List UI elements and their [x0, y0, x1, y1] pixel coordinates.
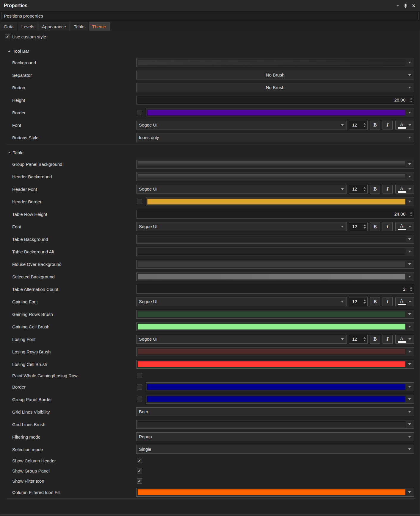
separator-brush-dropdown[interactable]: No Brush	[136, 71, 414, 79]
row-label: Losing Cell Brush	[12, 362, 47, 367]
spinner[interactable]	[363, 187, 366, 191]
tab-theme[interactable]: Theme	[89, 22, 110, 31]
bold-button[interactable]: B	[370, 121, 380, 130]
bold-button[interactable]: B	[370, 222, 380, 231]
row-label: Table Row Height	[12, 212, 47, 217]
spinner[interactable]	[410, 98, 412, 102]
tab-table[interactable]: Table	[70, 22, 88, 31]
italic-button[interactable]: I	[383, 222, 393, 231]
font-family-dropdown[interactable]: Segoe UI	[136, 222, 347, 231]
column-filtered-icon-fill-brush-dropdown[interactable]	[136, 488, 414, 497]
table-alternation-count-number-input[interactable]: 2	[136, 285, 414, 294]
color-swatch	[138, 489, 405, 495]
use-custom-style-checkbox[interactable]: ✓	[5, 34, 10, 39]
number-value: 24.00	[394, 210, 405, 218]
section-header-tool-bar[interactable]: Tool Bar	[0, 43, 420, 56]
section-header-table[interactable]: Table	[0, 144, 420, 158]
font-family-dropdown[interactable]: Segoe UI	[136, 297, 347, 306]
bold-button[interactable]: B	[370, 335, 380, 344]
group-panel-border-brush-dropdown[interactable]	[146, 395, 414, 404]
font-color-button[interactable]: A	[395, 297, 414, 306]
grid-lines-brush-brush-dropdown[interactable]	[136, 420, 414, 429]
row-table-header-background: Header Background	[0, 170, 420, 183]
font-color-button[interactable]: A	[395, 121, 414, 130]
row-label: Background	[12, 60, 36, 65]
header-background-brush-dropdown[interactable]	[136, 172, 414, 181]
dropdown-arrow-icon	[408, 263, 411, 265]
border-brush-dropdown[interactable]	[146, 108, 414, 117]
row-tool-bar-button: ButtonNo Brush	[0, 81, 420, 94]
table-background-brush-dropdown[interactable]	[136, 235, 414, 244]
font-size-spinner[interactable]: 12	[349, 297, 368, 306]
bold-button[interactable]: B	[370, 185, 380, 194]
row-label: Filtering mode	[12, 434, 40, 439]
spinner[interactable]	[410, 287, 412, 291]
background-brush-dropdown[interactable]	[136, 58, 414, 67]
height-number-input[interactable]: 26.00	[136, 96, 414, 105]
italic-button[interactable]: I	[383, 185, 393, 194]
font-size-spinner[interactable]: 12	[349, 222, 368, 231]
row-tool-bar-separator: SeparatorNo Brush	[0, 69, 420, 81]
color-swatch	[138, 60, 405, 66]
grid-lines-visibility-dropdown[interactable]: Both	[136, 407, 414, 416]
row-label: Height	[12, 98, 25, 103]
close-icon[interactable]: ✕	[410, 0, 417, 11]
spinner[interactable]	[410, 212, 412, 216]
bold-button[interactable]: B	[370, 297, 380, 306]
row-label: Header Background	[12, 174, 52, 179]
table-row-height-number-input[interactable]: 24.00	[136, 210, 414, 219]
font-family-dropdown[interactable]: Segoe UI	[136, 121, 347, 130]
show-column-header-checkbox[interactable]: ✓	[137, 458, 142, 463]
paint-whole-gaining-losing-row-checkbox[interactable]	[137, 373, 142, 378]
italic-button[interactable]: I	[383, 297, 393, 306]
pin-icon[interactable]	[402, 0, 409, 11]
font-size-spinner[interactable]: 12	[349, 185, 368, 194]
button-brush-dropdown[interactable]: No Brush	[136, 83, 414, 92]
window-menu-caret-icon[interactable]	[394, 0, 401, 11]
border-enable-checkbox[interactable]	[137, 384, 142, 389]
spinner[interactable]	[363, 225, 366, 229]
gaining-cell-brush-brush-dropdown[interactable]	[136, 322, 414, 331]
table-background-alt-brush-dropdown[interactable]	[136, 247, 414, 256]
header-border-enable-checkbox[interactable]	[137, 199, 142, 204]
filtering-mode-dropdown[interactable]: Popup	[136, 432, 414, 441]
spinner[interactable]	[363, 123, 366, 127]
border-brush-dropdown[interactable]	[146, 382, 414, 391]
italic-button[interactable]: I	[383, 335, 393, 344]
spinner[interactable]	[363, 300, 366, 304]
row-label: Losing Rows Brush	[12, 349, 51, 354]
font-size-spinner[interactable]: 12	[349, 335, 368, 344]
tab-data[interactable]: Data	[1, 22, 17, 31]
row-table-table-alternation-count: Table Alternation Count2	[0, 283, 420, 295]
show-filter-icon-checkbox[interactable]: ✓	[137, 478, 142, 484]
color-swatch	[147, 384, 405, 390]
gaining-rows-brush-brush-dropdown[interactable]	[136, 310, 414, 319]
tab-appearance[interactable]: Appearance	[38, 22, 70, 31]
buttons-style-dropdown[interactable]: Icons only	[136, 133, 414, 142]
font-size-value: 12	[352, 297, 357, 306]
italic-button[interactable]: I	[383, 121, 393, 130]
show-group-panel-checkbox[interactable]: ✓	[137, 468, 142, 473]
dropdown-arrow-icon	[408, 386, 411, 388]
spinner[interactable]	[363, 337, 366, 341]
group-panel-background-brush-dropdown[interactable]	[136, 160, 414, 169]
dropdown-arrow-icon	[408, 276, 411, 278]
font-color-button[interactable]: A	[395, 335, 414, 344]
row-tool-bar-border: Border	[0, 106, 420, 119]
selected-background-brush-dropdown[interactable]	[136, 272, 414, 281]
border-enable-checkbox[interactable]	[137, 110, 142, 115]
font-color-button[interactable]: A	[395, 185, 414, 194]
group-panel-border-enable-checkbox[interactable]	[137, 397, 142, 402]
spinner-down-icon	[363, 126, 366, 127]
losing-rows-brush-brush-dropdown[interactable]	[136, 347, 414, 356]
font-family-dropdown[interactable]: Segoe UI	[136, 335, 347, 344]
row-table-show-column-header: Show Column Header✓	[0, 456, 420, 466]
selection-mode-dropdown[interactable]: Single	[136, 445, 414, 454]
font-color-button[interactable]: A	[395, 222, 414, 231]
font-family-dropdown[interactable]: Segoe UI	[136, 185, 347, 194]
font-size-spinner[interactable]: 12	[349, 121, 368, 130]
tab-levels[interactable]: Levels	[18, 22, 38, 31]
losing-cell-brush-brush-dropdown[interactable]	[136, 360, 414, 369]
header-border-brush-dropdown[interactable]	[146, 197, 414, 206]
mouse-over-background-brush-dropdown[interactable]	[136, 260, 414, 269]
